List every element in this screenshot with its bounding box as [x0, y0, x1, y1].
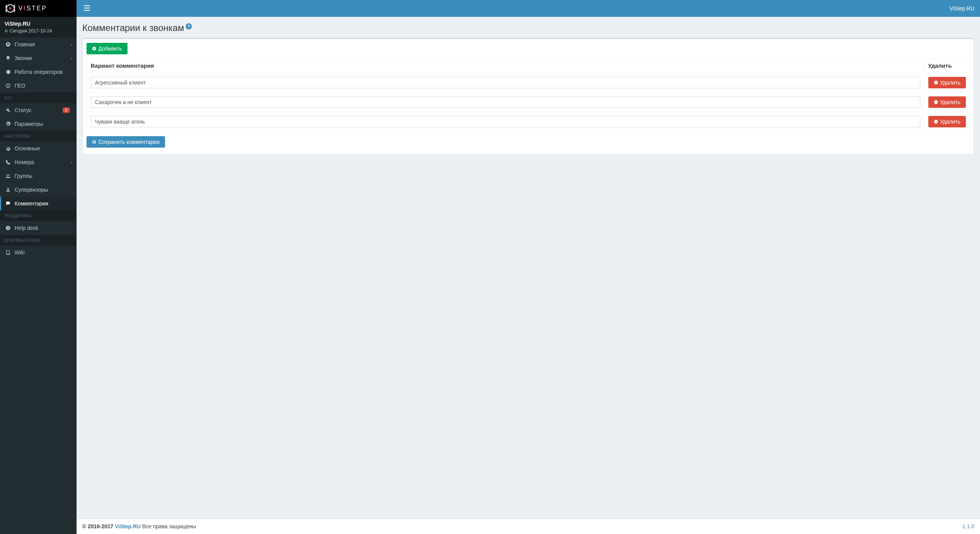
chevron-left-icon: ‹	[71, 56, 72, 60]
delete-button[interactable]: Удалить	[928, 116, 966, 127]
book-icon	[5, 250, 11, 255]
main: ViStep.RU Комментарии к звонкам ? Добави…	[77, 0, 980, 534]
svg-rect-9	[935, 83, 937, 83]
logo-text: VISTEP	[18, 5, 47, 12]
footer-brand-link[interactable]: ViStep.RU	[115, 523, 140, 529]
help-icon[interactable]: ?	[186, 23, 192, 29]
svg-point-1	[9, 7, 11, 10]
topbar-brand[interactable]: ViStep.RU	[949, 5, 974, 11]
globe-icon	[5, 83, 11, 88]
comment-input[interactable]	[91, 77, 920, 88]
sidebar-section-docs: ДОКУМЕНТАЦИЯ	[0, 235, 77, 246]
user-name: ViStep.RU	[5, 21, 72, 27]
status-dot-icon	[5, 29, 8, 33]
col-variant: Вариант комментария	[87, 59, 924, 73]
users-icon	[5, 173, 11, 179]
chevron-left-icon: ‹	[71, 160, 72, 164]
sidebar-item-operators[interactable]: Работа операторов	[0, 65, 77, 79]
col-delete: Удалить	[924, 59, 970, 73]
gear-icon	[5, 146, 11, 151]
svg-rect-3	[84, 8, 90, 8]
user-status: Сегодня 2017-10-24	[5, 28, 72, 34]
question-icon	[5, 225, 11, 231]
table-row: Удалить	[87, 73, 970, 93]
sidebar-section-atc: АТС	[0, 93, 77, 103]
comments-table: Вариант комментария Удалить Удалить	[87, 58, 970, 132]
minus-circle-icon	[934, 119, 938, 124]
sidebar-menu: Главная ‹ Звонки ‹ Работа операторов ГЕО…	[0, 37, 77, 534]
table-row: Удалить	[87, 93, 970, 112]
hamburger-icon[interactable]	[82, 4, 91, 13]
sidebar-item-params[interactable]: Параметры	[0, 117, 77, 131]
page-title: Комментарии к звонкам ?	[82, 23, 974, 33]
delete-button[interactable]: Удалить	[928, 96, 966, 108]
content: Комментарии к звонкам ? Добавить Вариант…	[77, 17, 980, 518]
sidebar-item-helpdesk[interactable]: Help desk	[0, 221, 77, 235]
user-panel: ViStep.RU Сегодня 2017-10-24	[0, 17, 77, 37]
sidebar-item-supervisors[interactable]: Супервизоры	[0, 183, 77, 197]
sidebar: VISTEP ViStep.RU Сегодня 2017-10-24 Глав…	[0, 0, 77, 534]
sidebar-item-calls[interactable]: Звонки ‹	[0, 51, 77, 65]
svg-rect-13	[935, 122, 937, 122]
minus-circle-icon	[934, 100, 938, 104]
sidebar-section-settings: НАСТРОЙКИ	[0, 131, 77, 142]
svg-rect-7	[93, 49, 95, 49]
svg-rect-11	[935, 102, 937, 103]
sidebar-item-groups[interactable]: Группы	[0, 169, 77, 183]
person-icon	[5, 187, 11, 192]
add-button[interactable]: Добавить	[87, 43, 127, 54]
wrench-icon	[5, 107, 11, 113]
topbar: ViStep.RU	[77, 0, 980, 17]
phone-icon	[5, 160, 11, 165]
sidebar-section-support: ПОДДЕРЖКА	[0, 210, 77, 221]
sidebar-item-wiki[interactable]: Wiki	[0, 246, 77, 259]
minus-circle-icon	[934, 80, 938, 85]
svg-rect-2	[84, 5, 90, 6]
comment-input[interactable]	[91, 96, 920, 108]
cogs-icon	[5, 121, 11, 127]
sidebar-item-status[interactable]: Статус 2	[0, 103, 77, 117]
bell-icon	[5, 55, 11, 61]
status-badge: 2	[63, 107, 70, 113]
save-button[interactable]: Сохранить комментарии	[87, 136, 165, 148]
delete-button[interactable]: Удалить	[928, 77, 966, 88]
sidebar-item-basic[interactable]: Основные	[0, 142, 77, 155]
sidebar-item-geo[interactable]: ГЕО	[0, 79, 77, 93]
box: Добавить Вариант комментария Удалить	[82, 38, 974, 155]
footer-version: 1.1.0	[962, 523, 974, 529]
history-icon	[5, 69, 11, 75]
table-row: Удалить	[87, 112, 970, 132]
comment-input[interactable]	[91, 116, 920, 127]
sidebar-item-numbers[interactable]: Номера ‹	[0, 155, 77, 169]
chevron-left-icon: ‹	[71, 42, 72, 47]
sidebar-item-home[interactable]: Главная ‹	[0, 37, 77, 51]
footer: © 2016-2017 ViStep.RU Все права защищены…	[77, 518, 980, 534]
svg-rect-4	[84, 10, 90, 11]
logo-icon	[5, 3, 16, 14]
footer-copyright: © 2016-2017 ViStep.RU Все права защищены	[82, 523, 196, 529]
dashboard-icon	[5, 42, 11, 47]
brand-logo[interactable]: VISTEP	[0, 0, 77, 17]
comment-icon	[5, 201, 11, 206]
plus-circle-icon	[92, 46, 96, 51]
sidebar-item-comments[interactable]: Комментарии	[0, 197, 77, 210]
save-icon	[92, 140, 96, 144]
